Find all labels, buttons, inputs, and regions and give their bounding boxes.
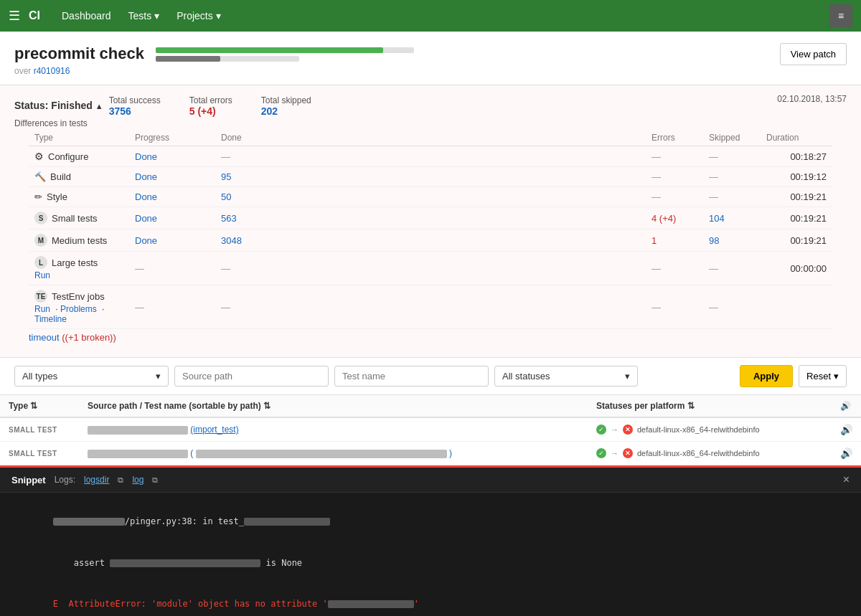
type-table-row: 🔨 Build Done 95 — — 00:19:12 (29, 167, 832, 187)
view-patch-button[interactable]: View patch (780, 43, 847, 65)
result-badge-cell: SMALL TEST (0, 417, 79, 442)
reset-chevron-icon: ▾ (834, 371, 839, 382)
progress-done[interactable]: Done (135, 151, 157, 162)
done-link[interactable]: 3048 (221, 235, 242, 246)
errors-link[interactable]: 4 (+4) (651, 213, 676, 224)
col-errors: Errors (646, 128, 703, 146)
progress-done[interactable]: Done (135, 171, 157, 182)
sub-link[interactable]: Timeline (34, 314, 67, 324)
type-cell: L Large tests Run (29, 252, 129, 285)
done-cell: 563 (215, 207, 646, 229)
progress-done[interactable]: Done (135, 191, 157, 202)
sub-link[interactable]: Run (34, 304, 50, 314)
type-table: Type Progress Done Errors Skipped Durati… (29, 128, 832, 329)
type-badge: TE TestEnv jobs (34, 290, 123, 303)
snippet-close-button[interactable]: × (843, 473, 850, 486)
reset-button[interactable]: Reset ▾ (799, 365, 847, 387)
source-sort-icon[interactable]: ⇅ (263, 401, 270, 411)
blurred-code-1 (244, 518, 330, 526)
status-left: Status: Finished ▲ Total success 3756 To… (14, 94, 311, 128)
done-link[interactable]: 50 (221, 191, 231, 202)
duration-cell (761, 285, 832, 329)
sound-header-icon: 🔊 (840, 401, 851, 411)
type-filter[interactable]: All types ▾ (14, 366, 169, 387)
progress-bars (156, 47, 414, 65)
skipped-link[interactable]: 98 (709, 235, 719, 246)
page-header: precommit check over r4010916 View patch (0, 32, 861, 85)
nav-projects[interactable]: Projects ▾ (169, 6, 228, 26)
skipped-link[interactable]: 104 (709, 213, 725, 224)
logsdir-link[interactable]: logsdir (84, 475, 109, 485)
type-table-row: M Medium tests Done 3048 1 98 00:19:21 (29, 229, 832, 252)
platform-name: default-linux-x86_64-relwithdebinfo (637, 425, 760, 434)
timeout-link[interactable]: timeout (29, 332, 60, 343)
status-collapse-icon[interactable]: ▲ (95, 102, 103, 110)
status-filter-chevron: ▾ (625, 371, 630, 382)
errors-dash: — (651, 151, 661, 162)
done-link[interactable]: 95 (221, 171, 231, 182)
sub-link[interactable]: Run (34, 270, 50, 280)
errors-dash: — (651, 191, 661, 202)
revision-link[interactable]: r4010916 (34, 66, 70, 76)
progress-done[interactable]: Done (135, 235, 157, 246)
sound-cell: 🔊 (832, 417, 861, 442)
snippet-copy1-icon[interactable]: ⧉ (118, 475, 123, 485)
small-test-badge: SMALL TEST (9, 426, 57, 434)
type-name: Small tests (52, 213, 98, 224)
progress-dash: — (135, 263, 144, 274)
snippet-logs-label: Logs: (55, 475, 75, 485)
blurred-path-mid (196, 450, 447, 458)
skipped-cell: — (703, 167, 761, 187)
arrow-icon: → (611, 449, 618, 458)
source-path-input[interactable] (174, 366, 329, 387)
progress-bar-1 (156, 47, 414, 53)
done-cell: — (215, 146, 646, 167)
sub-links: Run (34, 270, 123, 280)
test-name-input[interactable] (334, 366, 489, 387)
blurred-code-2 (110, 559, 260, 567)
nav-right-button[interactable]: ≡ (829, 4, 852, 27)
duration-cell: 00:19:21 (761, 207, 832, 229)
done-link[interactable]: 563 (221, 213, 237, 224)
skipped-cell: — (703, 187, 761, 207)
platform-name: default-linux-x86_64-relwithdebinfo (637, 449, 760, 458)
type-sort-icon[interactable]: ⇅ (30, 401, 37, 411)
sound-icon[interactable]: 🔊 (840, 424, 852, 435)
apply-button[interactable]: Apply (740, 365, 793, 387)
errors-link[interactable]: 1 (651, 235, 657, 246)
progress-done[interactable]: Done (135, 213, 157, 224)
snippet-copy2-icon[interactable]: ⧉ (152, 475, 158, 485)
type-icon-m: M (34, 234, 47, 247)
sub-links: Run · Problems · Timeline (34, 304, 123, 324)
done-cell: — (215, 252, 646, 285)
skipped-dash: — (709, 151, 718, 162)
sound-icon[interactable]: 🔊 (840, 447, 852, 459)
results-col-source: Source path / Test name (sortable by pat… (79, 395, 588, 417)
nav-dashboard[interactable]: Dashboard (55, 6, 118, 26)
progress-cell: — (129, 252, 215, 285)
statuses-sort-icon[interactable]: ⇅ (687, 401, 695, 411)
errors-dash: — (651, 302, 661, 313)
progress-bar-fill-1 (156, 47, 383, 53)
test-path-link[interactable]: (import_test) (190, 425, 238, 435)
nav-tests[interactable]: Tests ▾ (121, 6, 167, 26)
skipped-dash: — (709, 191, 718, 202)
skipped-dash: — (709, 171, 718, 182)
type-badge: S Small tests (34, 212, 123, 224)
menu-icon[interactable]: ☰ (9, 8, 20, 24)
status-header: Status: Finished ▲ Total success 3756 To… (14, 94, 847, 128)
progress-bar-fill-2 (156, 56, 220, 62)
errors-cell: — (646, 285, 703, 329)
skipped-cell: 98 (703, 229, 761, 252)
log-link[interactable]: log (132, 475, 144, 485)
status-filter[interactable]: All statuses ▾ (494, 366, 638, 387)
sub-link[interactable]: Problems (60, 304, 97, 314)
type-name: TestEnv jobs (52, 291, 105, 302)
errors-cell: 4 (+4) (646, 207, 703, 229)
nav-links: Dashboard Tests ▾ Projects ▾ (55, 6, 829, 26)
arrow-icon: → (611, 425, 618, 434)
path-paren-open: ( (190, 448, 193, 458)
page-title: precommit check (14, 44, 144, 63)
title-section: precommit check over r4010916 (14, 43, 414, 76)
logo: ☰ CI (9, 8, 40, 24)
